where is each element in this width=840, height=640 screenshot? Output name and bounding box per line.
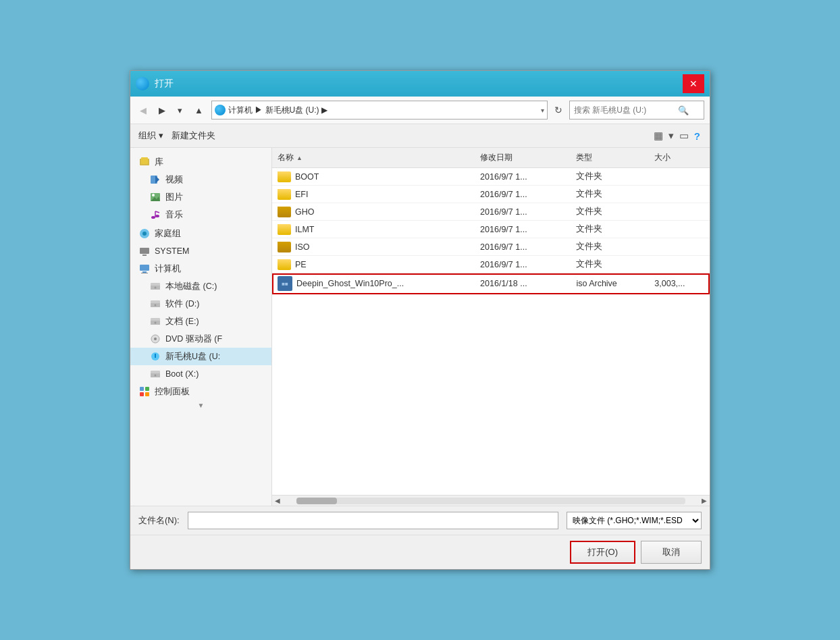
scrollbar-left[interactable]: ◀: [272, 496, 283, 506]
col-header-size[interactable]: 大小: [649, 151, 710, 165]
sidebar-item-dvd[interactable]: DVD 驱动器 (F: [130, 330, 271, 348]
view-controls: ▦ ▾ ▭ ?: [652, 128, 702, 143]
sidebar-item-control-panel[interactable]: 控制面板: [130, 383, 271, 400]
view-layout-button[interactable]: ▭: [678, 128, 690, 143]
svg-point-7: [151, 216, 155, 219]
horizontal-scrollbar[interactable]: ◀ ▶: [272, 495, 710, 506]
table-row[interactable]: ISO 2016/9/7 1... 文件夹: [272, 238, 710, 256]
svg-line-9: [155, 211, 159, 213]
drive-d-label: 软件 (D:): [165, 298, 199, 310]
table-row[interactable]: GHO 2016/9/7 1... 文件夹: [272, 203, 710, 221]
open-dialog: 打开 ✕ ◀ ▶ ▾ ▲ 计算机 ▶ 新毛桃U盘 (U:) ▶ ▾ ↻ 🔍 组织…: [130, 70, 710, 570]
search-box: 🔍: [569, 101, 704, 119]
scrollbar-track[interactable]: [296, 498, 685, 504]
scrollbar-thumb[interactable]: [296, 498, 337, 504]
sidebar-item-music[interactable]: 音乐: [130, 206, 271, 223]
sidebar-item-usb[interactable]: 新毛桃U盘 (U:: [130, 348, 271, 365]
sidebar-scroll-down[interactable]: ▼: [130, 400, 271, 410]
folder-icon: [278, 189, 291, 200]
table-row[interactable]: EFI 2016/9/7 1... 文件夹: [272, 186, 710, 203]
table-row[interactable]: ILMT 2016/9/7 1... 文件夹: [272, 221, 710, 238]
sidebar-item-computer[interactable]: 计算机: [130, 260, 271, 277]
sidebar-item-drive-c[interactable]: 本地磁盘 (C:): [130, 277, 271, 295]
dropdown-arrow-button[interactable]: ▾: [174, 103, 186, 118]
file-type-cell: 文件夹: [571, 223, 649, 235]
view-list-button[interactable]: ▦: [652, 128, 664, 143]
control-panel-label: 控制面板: [155, 386, 190, 398]
drive-e-label: 文档 (E:): [165, 316, 199, 327]
address-icon: [215, 105, 226, 115]
control-panel-icon: [138, 385, 151, 398]
help-button[interactable]: ?: [693, 129, 702, 143]
svg-rect-33: [140, 387, 144, 391]
sidebar-item-homegroup[interactable]: 家庭组: [130, 225, 271, 242]
sidebar-item-system[interactable]: SYSTEM: [130, 242, 271, 260]
file-name-cell: ■■ Deepin_Ghost_Win10Pro_...: [272, 276, 475, 291]
back-button[interactable]: ◀: [136, 103, 151, 118]
file-name: Deepin_Ghost_Win10Pro_...: [296, 279, 404, 288]
filename-bar: 文件名(N): 映像文件 (*.GHO;*.WIM;*.ESD: [130, 506, 710, 535]
sidebar: 库 视频 图片 音乐: [130, 148, 272, 506]
app-icon: [136, 77, 149, 90]
col-header-date[interactable]: 修改日期: [475, 151, 571, 165]
file-date-cell: 2016/1/18 ...: [475, 279, 571, 288]
search-input[interactable]: [574, 105, 675, 115]
sidebar-item-photos[interactable]: 图片: [130, 188, 271, 206]
title-bar-left: 打开: [136, 77, 174, 90]
close-button[interactable]: ✕: [683, 74, 704, 93]
file-name: GHO: [295, 207, 314, 217]
photo-icon: [149, 191, 161, 203]
file-name-cell: ILMT: [272, 224, 475, 235]
open-button[interactable]: 打开(O): [570, 541, 635, 564]
file-name-cell: PE: [272, 259, 475, 270]
view-dropdown-button[interactable]: ▾: [667, 128, 675, 143]
table-row[interactable]: PE 2016/9/7 1... 文件夹: [272, 256, 710, 273]
organize-button[interactable]: 组织 ▾: [138, 130, 163, 142]
svg-rect-1: [141, 157, 148, 164]
address-bar[interactable]: 计算机 ▶ 新毛桃U盘 (U:) ▶ ▾: [211, 101, 548, 119]
sidebar-item-library[interactable]: 库: [130, 153, 271, 171]
file-name-cell: ISO: [272, 242, 475, 252]
address-dropdown-icon[interactable]: ▾: [541, 107, 544, 114]
title-bar: 打开 ✕: [130, 71, 710, 97]
table-row[interactable]: BOOT 2016/9/7 1... 文件夹: [272, 168, 710, 186]
cancel-button[interactable]: 取消: [641, 541, 702, 564]
file-date-cell: 2016/9/7 1...: [475, 260, 571, 269]
sidebar-video-label: 视频: [165, 174, 183, 186]
folder-icon: [278, 224, 291, 235]
svg-rect-14: [142, 255, 147, 256]
table-row[interactable]: ■■ Deepin_Ghost_Win10Pro_... 2016/1/18 .…: [272, 273, 710, 294]
file-list: BOOT 2016/9/7 1... 文件夹 EFI 2016/9/7 1...…: [272, 168, 710, 495]
col-name-label: 名称: [278, 152, 294, 163]
scrollbar-right[interactable]: ▶: [699, 496, 710, 506]
filetype-select[interactable]: 映像文件 (*.GHO;*.WIM;*.ESD: [567, 512, 702, 529]
sidebar-item-drive-e[interactable]: 文档 (E:): [130, 313, 271, 330]
file-name: EFI: [295, 190, 308, 199]
col-header-type[interactable]: 类型: [571, 151, 649, 165]
file-type-cell: 文件夹: [571, 171, 649, 182]
forward-button[interactable]: ▶: [155, 103, 169, 118]
sidebar-music-label: 音乐: [165, 209, 183, 221]
file-name-cell: GHO: [272, 207, 475, 217]
refresh-button[interactable]: ↻: [552, 103, 565, 117]
new-folder-button[interactable]: 新建文件夹: [172, 130, 215, 142]
sidebar-item-video[interactable]: 视频: [130, 171, 271, 188]
file-date-cell: 2016/9/7 1...: [475, 225, 571, 234]
filename-input[interactable]: [188, 512, 558, 529]
boot-label: Boot (X:): [165, 369, 199, 379]
sidebar-item-drive-d[interactable]: 软件 (D:): [130, 295, 271, 313]
file-type-cell: iso Archive: [571, 279, 649, 288]
col-header-name[interactable]: 名称 ▲: [272, 151, 475, 165]
file-name: ISO: [295, 242, 310, 252]
homegroup-label: 家庭组: [155, 228, 181, 240]
svg-point-5: [152, 194, 155, 196]
address-path: 计算机 ▶ 新毛桃U盘 (U:) ▶: [228, 105, 538, 116]
folder-icon: [278, 171, 291, 182]
file-panel: 名称 ▲ 修改日期 类型 大小 BOOT 2016/9/7 1.: [272, 148, 710, 506]
sidebar-item-boot[interactable]: Boot (X:): [130, 365, 271, 383]
music-icon: [149, 209, 161, 221]
system-label: SYSTEM: [155, 246, 189, 256]
svg-rect-16: [142, 271, 147, 273]
up-button[interactable]: ▲: [190, 103, 207, 118]
file-size-cell: 3,003,...: [649, 279, 710, 288]
